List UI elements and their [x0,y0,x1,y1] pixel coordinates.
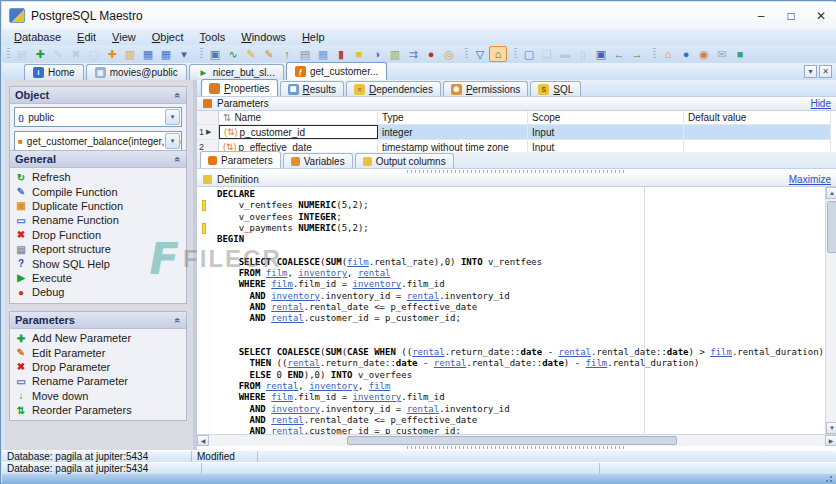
horizontal-scrollbar[interactable]: ◀ ▶ [197,434,836,446]
maximize-link[interactable]: Maximize [789,174,831,185]
menu-database[interactable]: Database [6,29,69,45]
code-line[interactable]: AND rental.customer_id = p_customer_id; [217,313,824,324]
scroll-down-icon[interactable]: ▼ [826,422,836,434]
highlight-home-icon[interactable]: ⌂ [489,46,507,62]
column-header-scope[interactable]: Scope [528,111,684,124]
column-header-default-value[interactable]: Default value [684,111,831,124]
chevron-down-icon[interactable]: ▾ [165,109,180,125]
home-page-icon[interactable]: ⌂ [659,46,677,62]
action-move-down[interactable]: ↓Move down [10,389,186,403]
code-line[interactable] [217,245,824,256]
resize-grip[interactable] [824,476,832,484]
code-line[interactable]: v_rentfees NUMERIC(5,2); [217,200,824,211]
code-line[interactable]: v_payments NUMERIC(5,2); [217,223,824,234]
edit-database-icon[interactable]: ✎ [49,46,67,62]
object-select[interactable]: ■get_customer_balance(integer, timestamp… [14,131,182,151]
minimize-button[interactable]: – [746,2,776,29]
menu-object[interactable]: Object [144,29,192,45]
chevron-down-icon[interactable]: ▾ [165,133,180,149]
schema-select[interactable]: {}public▾ [14,107,182,127]
donut-icon[interactable]: ◎ [440,46,458,62]
tab-close-button[interactable]: ✕ [819,65,832,78]
action-debug[interactable]: ●Debug [10,285,186,299]
code-line[interactable]: FROM film, inventory, rental [217,268,824,279]
object-panel-header[interactable]: Object « [10,87,186,104]
report-icon[interactable]: ▮ [332,46,350,62]
action-rename-parameter[interactable]: ▭Rename Parameter [10,374,186,388]
code-line[interactable]: FROM rental, inventory, film [217,381,824,392]
code-line[interactable]: DECLARE [217,189,824,200]
action-compile-function[interactable]: ✎Compile Function [10,184,186,198]
navigate-forward-icon[interactable]: → [628,46,646,62]
tile-horizontal-icon[interactable]: ▬ [556,46,574,62]
print-icon[interactable]: ▤ [296,46,314,62]
action-refresh[interactable]: ↻Refresh [10,170,186,184]
column-header-type[interactable]: Type [378,111,528,124]
bug-icon[interactable]: ● [422,46,440,62]
code-line[interactable]: AND inventory.inventory_id = rental.inve… [217,404,824,415]
code-line[interactable]: ELSE 0 END),0) INTO v_overfees [217,370,824,381]
menu-windows[interactable]: Windows [233,29,294,45]
database-properties-icon[interactable]: ▥ [121,46,139,62]
param-type-cell[interactable]: integer [378,125,528,139]
menu-edit[interactable]: Edit [69,29,104,45]
menu-view[interactable]: View [104,29,144,45]
code-line[interactable] [217,325,824,336]
code-line[interactable]: THEN ((rental.return_date::date - rental… [217,358,824,369]
action-report-structure[interactable]: ▤Report structure [10,242,186,256]
code-line[interactable]: BEGIN [217,234,824,245]
doc-tab-nicer-but-sl[interactable]: ▶nicer_but_sl... [189,64,284,80]
navigate-back-icon[interactable]: ← [610,46,628,62]
vertical-scrollbar-thumb[interactable] [827,201,836,253]
code-line[interactable]: SELECT COALESCE(SUM(CASE WHEN ((rental.r… [217,347,824,358]
toolbar-overflow-icon[interactable]: ▾ [175,46,193,62]
data-export-icon[interactable]: ↑ [278,46,296,62]
subtab-variables[interactable]: Variables [283,153,353,168]
mail-icon[interactable]: ✉ [713,46,731,62]
edit-script-icon[interactable]: ✎ [260,46,278,62]
horizontal-scrollbar-thumb[interactable] [347,436,677,445]
param-name-cell[interactable]: (⇅)p_customer_id [219,125,378,139]
menu-tools[interactable]: Tools [192,29,234,45]
editor-code[interactable]: DECLARE v_rentfees NUMERIC(5,2); v_overf… [217,189,824,434]
save-layout-icon[interactable]: ▣ [592,46,610,62]
action-execute[interactable]: ▶Execute [10,271,186,285]
code-line[interactable]: AND rental.rental_date <= p_effective_da… [217,415,824,426]
tab-dependencies[interactable]: ≡Dependencies [346,81,441,96]
sql-editor[interactable]: DECLARE v_rentfees NUMERIC(5,2); v_overf… [197,187,836,434]
tab-overflow-button[interactable]: ▾ [804,65,817,78]
menu-help[interactable]: Help [294,29,333,45]
doc-tab-get-customer[interactable]: ƒget_customer... [286,62,387,80]
tab-properties[interactable]: Properties [201,79,278,96]
scroll-left-icon[interactable]: ◀ [197,435,209,446]
table-row[interactable]: 1 ▶(⇅)p_customer_idintegerInput [197,125,831,140]
product-icon[interactable]: ■ [731,46,749,62]
cascade-icon[interactable]: ❏ [538,46,556,62]
action-duplicate-function[interactable]: ▣Duplicate Function [10,199,186,213]
code-line[interactable]: v_overfees INTEGER; [217,212,824,223]
scroll-right-icon[interactable]: ▶ [825,435,836,446]
subtab-parameters[interactable]: Parameters [200,151,281,168]
collapse-chevron-icon[interactable]: « [173,156,184,162]
web-icon[interactable]: ● [677,46,695,62]
code-line[interactable]: AND rental.rental_date <= p_effective_da… [217,302,824,313]
edit-sql-icon[interactable]: ✎ [242,46,260,62]
filter-icon[interactable]: ▽ [471,46,489,62]
param-default-cell[interactable] [684,125,831,139]
code-line[interactable]: AND rental.customer_id = p_customer_id; [217,426,824,434]
wizard-icon[interactable]: ✚ [103,46,121,62]
users-icon[interactable]: ◉ [695,46,713,62]
code-line[interactable]: SELECT COALESCE(SUM(film.rental_rate),0)… [217,257,824,268]
tab-sql[interactable]: SSQL [530,81,581,96]
scheduler-icon[interactable]: ◑ [368,46,386,62]
copy-object-icon[interactable]: ▢ [85,46,103,62]
doc-tab-home[interactable]: iHome [24,64,84,80]
tab-results[interactable]: ▦Results [280,81,344,96]
code-line[interactable] [217,336,824,347]
vertical-scrollbar[interactable]: ▲ ▼ [825,187,836,434]
create-database-icon[interactable]: ✚ [31,46,49,62]
action-drop-function[interactable]: ✖Drop Function [10,228,186,242]
action-show-sql-help[interactable]: ?Show SQL Help [10,256,186,270]
action-drop-parameter[interactable]: ✖Drop Parameter [10,360,186,374]
tile-vertical-icon[interactable]: ▯ [574,46,592,62]
